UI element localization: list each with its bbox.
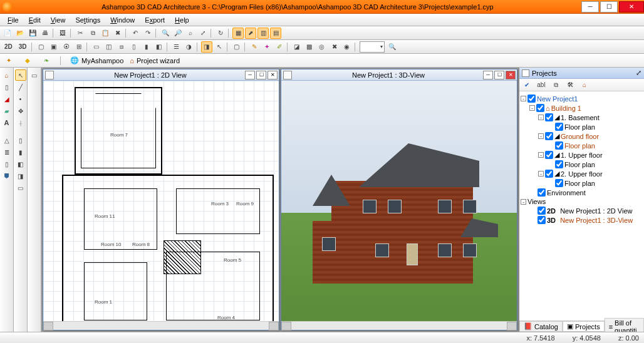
del-icon[interactable]: 🛠 (564, 79, 576, 91)
tool-b-icon[interactable]: ▣ (48, 41, 60, 53)
zoom-window-icon[interactable]: ⌕ (185, 28, 196, 39)
rename-icon[interactable]: abl (536, 79, 547, 91)
grid2-icon[interactable]: ▥ (257, 28, 269, 39)
menu-window[interactable]: Window (105, 15, 140, 25)
tree-floor-1-plan[interactable]: Floor plan (521, 141, 643, 150)
win4-icon[interactable]: ▯ (128, 41, 140, 53)
projects-panel-title[interactable]: Projects ⤢ (519, 68, 644, 79)
cat-terrain-icon[interactable]: ▰ (1, 105, 13, 116)
tool-wall4-icon[interactable]: ◨ (15, 170, 26, 182)
win3-icon[interactable]: ⧈ (116, 41, 127, 53)
menu-export[interactable]: Export (140, 15, 170, 25)
dup-icon[interactable]: ⧉ (550, 79, 561, 91)
find-icon[interactable]: 🔍 (387, 41, 398, 53)
tree-view-3d[interactable]: 3D New Project1 : 3D-View (521, 215, 643, 225)
doc-2d-close[interactable]: ✕ (267, 71, 278, 79)
myashampoo-link[interactable]: 🌐 MyAshampoo (70, 56, 123, 64)
tree-floor-3[interactable]: -◢2. Upper floor (521, 169, 643, 178)
tool-move-icon[interactable]: ✥ (15, 105, 26, 116)
win5-icon[interactable]: ▮ (141, 41, 152, 53)
close-button[interactable]: ✕ (619, 1, 644, 13)
tab-catalog[interactable]: 📕Catalog (519, 321, 563, 332)
grid3-icon[interactable]: ▤ (270, 28, 281, 39)
zoom-out-icon[interactable]: 🔎 (172, 28, 184, 39)
tree-environment[interactable]: Environment (521, 188, 643, 197)
doc-2d-canvas[interactable]: Room 7 Room 11 Room 3 Room 9 Room 10 Roo… (43, 81, 279, 321)
style-combo[interactable] (360, 41, 385, 53)
magic-icon[interactable]: ✦ (261, 41, 273, 53)
menu-view[interactable]: View (46, 15, 71, 25)
cfg5-icon[interactable]: ◉ (341, 41, 353, 53)
select-mode-icon[interactable]: ◨ (201, 41, 212, 53)
menu-edit[interactable]: Edit (24, 15, 46, 25)
tool-a-icon[interactable]: ▢ (36, 41, 47, 53)
doc-2d-min[interactable]: ─ (245, 71, 255, 79)
zoom-fit-icon[interactable]: ⤢ (197, 28, 209, 39)
tool-c-icon[interactable]: ⦿ (61, 41, 72, 53)
toggle-icon[interactable]: ◑ (184, 41, 195, 53)
view-3d-button[interactable]: 3D (16, 41, 29, 53)
tool-ruler-icon[interactable]: ⟊ (15, 117, 26, 128)
tool-wall5-icon[interactable]: ▭ (15, 182, 26, 193)
minimize-button[interactable]: ─ (581, 1, 599, 13)
doc-3d-max[interactable]: ☐ (494, 71, 504, 79)
tree-project-root[interactable]: -New Project1 (521, 94, 643, 103)
open-icon[interactable]: 📂 (14, 28, 26, 39)
tree-views[interactable]: -Views (521, 197, 643, 206)
redo-icon[interactable]: ↷ (142, 28, 153, 39)
tree-floor-1[interactable]: -◢Ground floor (521, 131, 643, 141)
layer-icon[interactable]: ☰ (171, 41, 182, 53)
tree-floor-3-plan[interactable]: Floor plan (521, 178, 643, 188)
doc-2d-titlebar[interactable]: New Project1 : 2D View ─ ☐ ✕ (43, 69, 279, 81)
paste-icon[interactable]: 📋 (100, 28, 111, 39)
doc-2d-max[interactable]: ☐ (256, 71, 266, 79)
menu-settings[interactable]: Settings (70, 15, 105, 25)
tool-line-icon[interactable]: ╱ (15, 81, 26, 93)
new-icon[interactable]: 📄 (2, 28, 13, 39)
diamond-icon[interactable]: ◆ (22, 55, 33, 66)
check-icon[interactable]: ✔ (521, 79, 532, 91)
cat-stair-icon[interactable]: ≣ (1, 146, 13, 158)
grid1-icon[interactable]: ▦ (232, 28, 244, 39)
menu-help[interactable]: Help (170, 15, 194, 25)
tool-wall-icon[interactable]: ▯ (15, 135, 26, 146)
cat-door-icon[interactable]: ▯ (1, 158, 13, 170)
wand2-icon[interactable]: ✦ (3, 55, 14, 66)
doc-3d-canvas[interactable] (281, 81, 517, 321)
sub-rect-icon[interactable]: ▭ (29, 69, 40, 81)
tree-view-2d[interactable]: 2D New Project1 : 2D View (521, 206, 643, 215)
tree-floor-2[interactable]: -◢1. Upper floor (521, 150, 643, 160)
doc-3d-min[interactable]: ─ (483, 71, 493, 79)
project-wizard-link[interactable]: ⌂ Project wizard (130, 57, 180, 64)
zoom-in-icon[interactable]: 🔍 (160, 28, 171, 39)
cat-land-icon[interactable]: ◢ (1, 93, 13, 105)
tab-projects[interactable]: ▣Projects (563, 321, 605, 332)
undo-icon[interactable]: ↶ (130, 28, 141, 39)
tool-point-icon[interactable]: • (15, 93, 26, 105)
doc-2d-hscroll[interactable] (43, 321, 279, 330)
win1-icon[interactable]: ▭ (91, 41, 102, 53)
panel-pin-icon[interactable]: ⤢ (636, 69, 641, 77)
cfg2-icon[interactable]: ▩ (304, 41, 315, 53)
brush-icon[interactable]: ✐ (274, 41, 285, 53)
color-icon[interactable]: ▢ (231, 41, 242, 53)
tree-floor-0[interactable]: -◢1. Basement (521, 113, 643, 122)
cursor-icon[interactable]: ⬈ (245, 28, 256, 39)
home-icon[interactable]: ⌂ (579, 79, 590, 91)
image-icon[interactable]: 🖼 (57, 28, 68, 39)
doc-3d-close[interactable]: ✕ (506, 71, 516, 79)
tool-wall2-icon[interactable]: ▮ (15, 146, 26, 158)
maximize-button[interactable]: ☐ (600, 1, 618, 13)
cfg4-icon[interactable]: ✖ (329, 41, 340, 53)
wand-icon[interactable]: ✎ (249, 41, 260, 53)
cat-wall-icon[interactable]: ▯ (1, 81, 13, 93)
win6-icon[interactable]: ◧ (153, 41, 165, 53)
cat-text-icon[interactable]: A (1, 117, 13, 128)
refresh-icon[interactable]: ↻ (215, 28, 226, 39)
cursor2-icon[interactable]: ↖ (214, 41, 225, 53)
tree-floor-0-plan[interactable]: Floor plan (521, 122, 643, 131)
copy-icon[interactable]: ⧉ (87, 28, 98, 39)
delete-icon[interactable]: ✖ (112, 28, 123, 39)
cat-house-icon[interactable]: ⌂ (1, 69, 13, 81)
cat-roof-icon[interactable]: △ (1, 135, 13, 146)
